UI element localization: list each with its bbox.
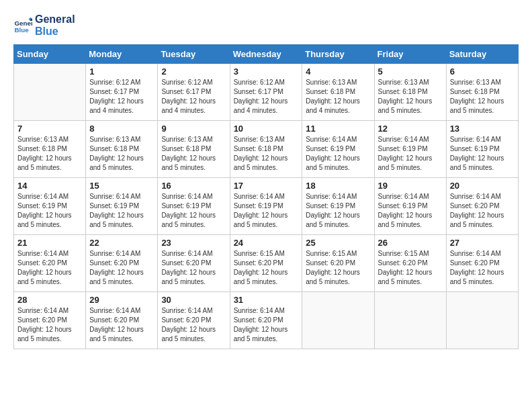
- day-number: 7: [17, 124, 82, 134]
- day-number: 15: [89, 181, 154, 191]
- table-row: 23Sunrise: 6:14 AMSunset: 6:20 PMDayligh…: [158, 235, 230, 292]
- logo: General Blue General Blue: [13, 13, 75, 38]
- weekday-header-row: SundayMondayTuesdayWednesdayThursdayFrid…: [14, 45, 519, 64]
- day-number: 11: [306, 124, 370, 134]
- table-row: 15Sunrise: 6:14 AMSunset: 6:19 PMDayligh…: [86, 178, 158, 235]
- day-number: 1: [89, 66, 154, 77]
- calendar-week-5: 28Sunrise: 6:14 AMSunset: 6:20 PMDayligh…: [14, 292, 519, 349]
- day-number: 22: [89, 238, 154, 248]
- table-row: 12Sunrise: 6:14 AMSunset: 6:19 PMDayligh…: [374, 121, 446, 178]
- day-info: Sunrise: 6:13 AMSunset: 6:18 PMDaylight:…: [17, 135, 82, 173]
- day-info: Sunrise: 6:14 AMSunset: 6:19 PMDaylight:…: [378, 135, 443, 173]
- day-number: 26: [378, 238, 443, 248]
- day-number: 19: [378, 181, 443, 191]
- logo-icon: General Blue: [13, 16, 32, 35]
- day-number: 31: [234, 295, 299, 305]
- day-info: Sunrise: 6:14 AMSunset: 6:19 PMDaylight:…: [378, 192, 443, 230]
- table-row: 16Sunrise: 6:14 AMSunset: 6:19 PMDayligh…: [158, 178, 230, 235]
- day-number: 9: [161, 124, 226, 134]
- table-row: 11Sunrise: 6:14 AMSunset: 6:19 PMDayligh…: [302, 121, 374, 178]
- table-row: 5Sunrise: 6:13 AMSunset: 6:18 PMDaylight…: [374, 64, 446, 121]
- day-number: 23: [161, 238, 226, 248]
- day-info: Sunrise: 6:13 AMSunset: 6:18 PMDaylight:…: [450, 78, 515, 116]
- day-number: 24: [234, 238, 299, 248]
- day-info: Sunrise: 6:13 AMSunset: 6:18 PMDaylight:…: [89, 135, 154, 173]
- calendar-week-2: 7Sunrise: 6:13 AMSunset: 6:18 PMDaylight…: [14, 121, 519, 178]
- day-info: Sunrise: 6:13 AMSunset: 6:18 PMDaylight:…: [234, 135, 299, 173]
- table-row: [446, 292, 518, 349]
- day-info: Sunrise: 6:14 AMSunset: 6:20 PMDaylight:…: [17, 306, 82, 344]
- header: General Blue General Blue: [13, 13, 519, 38]
- day-info: Sunrise: 6:14 AMSunset: 6:19 PMDaylight:…: [306, 135, 370, 173]
- table-row: 10Sunrise: 6:13 AMSunset: 6:18 PMDayligh…: [230, 121, 302, 178]
- day-number: 4: [306, 66, 370, 77]
- table-row: 13Sunrise: 6:14 AMSunset: 6:19 PMDayligh…: [446, 121, 518, 178]
- day-info: Sunrise: 6:14 AMSunset: 6:20 PMDaylight:…: [450, 192, 515, 230]
- table-row: 28Sunrise: 6:14 AMSunset: 6:20 PMDayligh…: [14, 292, 86, 349]
- day-info: Sunrise: 6:14 AMSunset: 6:20 PMDaylight:…: [89, 306, 154, 344]
- table-row: 29Sunrise: 6:14 AMSunset: 6:20 PMDayligh…: [86, 292, 158, 349]
- table-row: [302, 292, 374, 349]
- day-number: 30: [161, 295, 226, 305]
- day-number: 25: [306, 238, 370, 248]
- day-info: Sunrise: 6:15 AMSunset: 6:20 PMDaylight:…: [378, 249, 443, 287]
- calendar-week-4: 21Sunrise: 6:14 AMSunset: 6:20 PMDayligh…: [14, 235, 519, 292]
- day-number: 3: [234, 66, 299, 77]
- table-row: 22Sunrise: 6:14 AMSunset: 6:20 PMDayligh…: [86, 235, 158, 292]
- day-number: 8: [89, 124, 154, 134]
- day-info: Sunrise: 6:12 AMSunset: 6:17 PMDaylight:…: [234, 78, 299, 116]
- table-row: 7Sunrise: 6:13 AMSunset: 6:18 PMDaylight…: [14, 121, 86, 178]
- day-info: Sunrise: 6:12 AMSunset: 6:17 PMDaylight:…: [89, 78, 154, 116]
- day-info: Sunrise: 6:15 AMSunset: 6:20 PMDaylight:…: [306, 249, 370, 287]
- day-number: 5: [378, 66, 443, 77]
- logo-line1: General: [35, 13, 75, 26]
- table-row: 25Sunrise: 6:15 AMSunset: 6:20 PMDayligh…: [302, 235, 374, 292]
- svg-text:Blue: Blue: [14, 26, 29, 34]
- table-row: 2Sunrise: 6:12 AMSunset: 6:17 PMDaylight…: [158, 64, 230, 121]
- calendar: SundayMondayTuesdayWednesdayThursdayFrid…: [13, 44, 519, 349]
- day-info: Sunrise: 6:14 AMSunset: 6:20 PMDaylight:…: [89, 249, 154, 287]
- day-info: Sunrise: 6:13 AMSunset: 6:18 PMDaylight:…: [306, 78, 370, 116]
- day-number: 2: [161, 66, 226, 77]
- day-info: Sunrise: 6:14 AMSunset: 6:19 PMDaylight:…: [450, 135, 515, 173]
- day-info: Sunrise: 6:13 AMSunset: 6:18 PMDaylight:…: [378, 78, 443, 116]
- day-number: 27: [450, 238, 515, 248]
- table-row: [14, 64, 86, 121]
- table-row: 4Sunrise: 6:13 AMSunset: 6:18 PMDaylight…: [302, 64, 374, 121]
- day-number: 10: [234, 124, 299, 134]
- day-number: 29: [89, 295, 154, 305]
- day-info: Sunrise: 6:13 AMSunset: 6:18 PMDaylight:…: [161, 135, 226, 173]
- day-number: 28: [17, 295, 82, 305]
- weekday-header-sunday: Sunday: [14, 45, 86, 64]
- table-row: 17Sunrise: 6:14 AMSunset: 6:19 PMDayligh…: [230, 178, 302, 235]
- table-row: 14Sunrise: 6:14 AMSunset: 6:19 PMDayligh…: [14, 178, 86, 235]
- day-info: Sunrise: 6:14 AMSunset: 6:19 PMDaylight:…: [161, 192, 226, 230]
- day-info: Sunrise: 6:14 AMSunset: 6:19 PMDaylight:…: [89, 192, 154, 230]
- table-row: 6Sunrise: 6:13 AMSunset: 6:18 PMDaylight…: [446, 64, 518, 121]
- table-row: [374, 292, 446, 349]
- day-number: 20: [450, 181, 515, 191]
- day-info: Sunrise: 6:12 AMSunset: 6:17 PMDaylight:…: [161, 78, 226, 116]
- weekday-header-friday: Friday: [374, 45, 446, 64]
- table-row: 19Sunrise: 6:14 AMSunset: 6:19 PMDayligh…: [374, 178, 446, 235]
- calendar-week-3: 14Sunrise: 6:14 AMSunset: 6:19 PMDayligh…: [14, 178, 519, 235]
- weekday-header-wednesday: Wednesday: [230, 45, 302, 64]
- weekday-header-thursday: Thursday: [302, 45, 374, 64]
- weekday-header-tuesday: Tuesday: [158, 45, 230, 64]
- day-number: 16: [161, 181, 226, 191]
- day-number: 12: [378, 124, 443, 134]
- table-row: 18Sunrise: 6:14 AMSunset: 6:19 PMDayligh…: [302, 178, 374, 235]
- day-number: 13: [450, 124, 515, 134]
- day-info: Sunrise: 6:14 AMSunset: 6:20 PMDaylight:…: [161, 249, 226, 287]
- table-row: 9Sunrise: 6:13 AMSunset: 6:18 PMDaylight…: [158, 121, 230, 178]
- day-number: 6: [450, 66, 515, 77]
- day-info: Sunrise: 6:14 AMSunset: 6:19 PMDaylight:…: [234, 192, 299, 230]
- table-row: 1Sunrise: 6:12 AMSunset: 6:17 PMDaylight…: [86, 64, 158, 121]
- table-row: 3Sunrise: 6:12 AMSunset: 6:17 PMDaylight…: [230, 64, 302, 121]
- weekday-header-saturday: Saturday: [446, 45, 518, 64]
- table-row: 31Sunrise: 6:14 AMSunset: 6:20 PMDayligh…: [230, 292, 302, 349]
- table-row: 30Sunrise: 6:14 AMSunset: 6:20 PMDayligh…: [158, 292, 230, 349]
- logo-line2: Blue: [35, 26, 75, 38]
- table-row: 27Sunrise: 6:14 AMSunset: 6:20 PMDayligh…: [446, 235, 518, 292]
- day-info: Sunrise: 6:15 AMSunset: 6:20 PMDaylight:…: [234, 249, 299, 287]
